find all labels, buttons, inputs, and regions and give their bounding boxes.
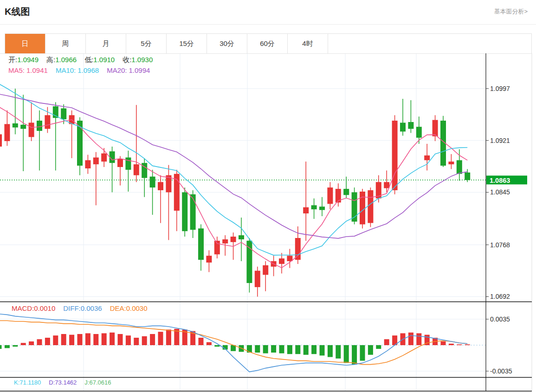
macd-histogram-bar	[352, 345, 357, 365]
interval-tab-3[interactable]: 月	[86, 34, 126, 53]
legend-item: K:71.1180	[14, 379, 41, 386]
candle-body	[255, 271, 260, 287]
candle-body	[134, 164, 139, 175]
candle-body	[206, 256, 212, 263]
macd-histogram-bar	[287, 345, 292, 354]
legend-item: DEA:0.0030	[110, 304, 148, 312]
candle-body	[222, 239, 228, 244]
page-title: K线图	[5, 6, 30, 18]
macd-histogram-bar	[69, 335, 74, 345]
macd-histogram-bar	[61, 334, 66, 345]
candle-body	[465, 173, 470, 180]
macd-histogram-bar	[295, 345, 300, 354]
interval-tab-4[interactable]: 5分	[126, 34, 167, 53]
macd-histogram-bar	[465, 344, 470, 345]
candle-body	[13, 123, 18, 128]
legend-item: MA20:1.0994	[107, 66, 150, 74]
candle-body	[45, 115, 50, 129]
current-price-label: 1.0863	[490, 177, 510, 184]
candle-body	[125, 157, 131, 169]
candle-body	[327, 187, 333, 204]
candle-body	[101, 154, 107, 162]
candle-body	[4, 124, 10, 141]
ohlc-legend: 开:1.0949高:1.0966低:1.0910收:1.0930	[8, 56, 161, 64]
legend-item: J:67.0616	[84, 379, 111, 386]
macd-histogram-bar	[158, 332, 163, 345]
macd-histogram-bar	[271, 345, 276, 353]
macd-histogram-bar	[207, 342, 212, 345]
candle-body	[400, 122, 406, 131]
candle-body	[190, 194, 196, 230]
candle-body	[279, 258, 284, 264]
candle-body	[311, 205, 317, 209]
legend-item: 高:1.0966	[46, 56, 77, 64]
macd-histogram-bar	[320, 345, 325, 355]
candle-body	[392, 121, 398, 190]
candle-body	[360, 192, 365, 225]
interval-tab-6[interactable]: 30分	[207, 34, 247, 53]
macd-histogram-bar	[134, 338, 139, 345]
interval-tab-5[interactable]: 15分	[167, 34, 207, 53]
macd-axis-label: 0.0035	[490, 315, 510, 323]
candle-body	[0, 134, 2, 146]
legend-item: 开:1.0949	[8, 56, 39, 64]
macd-histogram-bar	[416, 333, 421, 345]
legend-item: 低:1.0910	[84, 56, 115, 64]
macd-histogram-bar	[142, 336, 147, 345]
candle-body	[384, 182, 389, 188]
macd-histogram-bar	[384, 339, 389, 345]
macd-histogram-bar	[199, 338, 204, 345]
interval-tab-1[interactable]: 日	[5, 34, 45, 53]
price-axis-label: 1.0921	[490, 137, 510, 144]
price-axis-label: 1.0768	[490, 241, 510, 249]
macd-histogram-bar	[441, 341, 446, 345]
legend-item: D:73.1462	[49, 379, 77, 386]
macd-axis-label: -0.0035	[490, 367, 512, 375]
ma-legend: MA5:1.0941MA10:1.0968MA20:1.0994	[8, 66, 158, 74]
macd-histogram-bar	[368, 345, 373, 355]
interval-tab-2[interactable]: 周	[45, 34, 86, 53]
macd-histogram-bar	[93, 334, 98, 345]
macd-histogram-bar	[77, 334, 83, 345]
macd-histogram-bar	[311, 345, 316, 354]
candle-body	[408, 122, 413, 129]
macd-histogram-bar	[5, 345, 10, 348]
interval-tab-8[interactable]: 4时	[288, 34, 328, 53]
macd-legend: MACD:0.0010DIFF:0.0036DEA:0.0030	[12, 304, 155, 312]
candle-body	[150, 177, 155, 188]
macd-histogram-bar	[328, 345, 333, 357]
candle-body	[37, 121, 42, 131]
kline-widget: { "header": { "title": "K线图", "link": "基…	[0, 0, 536, 392]
interval-tab-7[interactable]: 60分	[247, 34, 288, 53]
macd-histogram-bar	[0, 345, 2, 349]
candle-body	[319, 206, 325, 210]
macd-histogram-bar	[29, 341, 34, 345]
candle-body	[20, 125, 26, 129]
candle-body	[424, 155, 430, 160]
legend-item: MA10:1.0968	[56, 66, 99, 74]
fundamental-analysis-link[interactable]: 基本面分析>	[494, 7, 528, 16]
price-axis-label: 1.0845	[490, 188, 510, 196]
macd-histogram-bar	[53, 335, 58, 345]
candle-body	[182, 192, 187, 231]
macd-histogram-bar	[126, 335, 131, 345]
macd-histogram-bar	[85, 333, 90, 345]
candle-body	[343, 189, 349, 195]
macd-histogram-bar	[457, 344, 462, 345]
candle-body	[263, 265, 268, 275]
macd-histogram-bar	[110, 333, 115, 345]
price-axis-label: 1.0997	[490, 85, 510, 92]
candle-body	[85, 160, 90, 168]
candle-body	[416, 127, 422, 138]
kline-chart-canvas[interactable]: 1.09971.09211.08451.07681.06920.0035-0.0…	[0, 53, 536, 392]
header-divider	[0, 24, 536, 25]
macd-histogram-bar	[102, 333, 107, 345]
macd-histogram-bar	[255, 345, 260, 353]
candle-body	[239, 235, 244, 239]
candle-body	[457, 160, 462, 174]
candle-body	[295, 238, 301, 260]
price-axis-label: 1.0692	[490, 293, 510, 300]
legend-item: MACD:0.0010	[12, 304, 55, 312]
interval-tabs: 日周月5分15分30分60分4时	[5, 33, 532, 54]
candle-body	[29, 122, 34, 137]
